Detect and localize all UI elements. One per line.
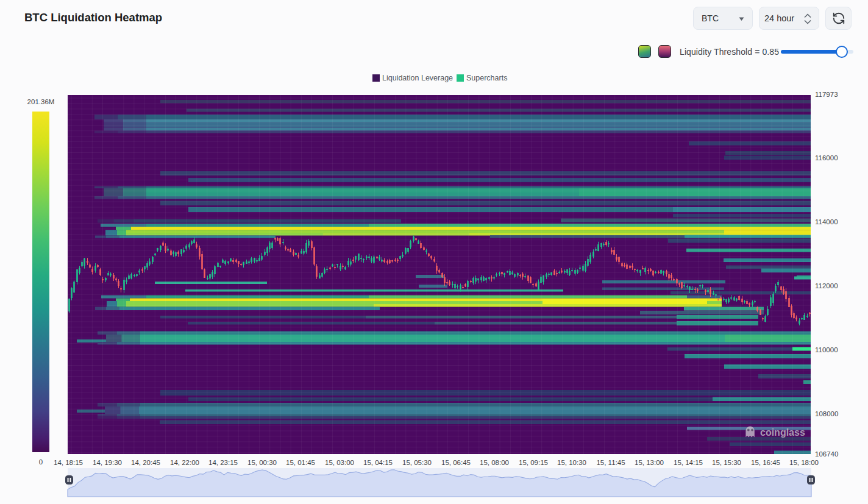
svg-text:106740: 106740 [815,450,838,458]
svg-text:110000: 110000 [815,346,838,353]
svg-text:15, 03:00: 15, 03:00 [325,459,354,466]
svg-text:14, 19:30: 14, 19:30 [93,459,122,466]
svg-text:15, 01:45: 15, 01:45 [286,459,315,466]
svg-text:15, 16:45: 15, 16:45 [751,459,780,466]
svg-text:14, 18:15: 14, 18:15 [54,459,83,466]
svg-text:112000: 112000 [815,282,838,289]
svg-text:15, 04:15: 15, 04:15 [363,459,393,466]
svg-text:15, 13:00: 15, 13:00 [635,459,664,466]
svg-text:15, 00:30: 15, 00:30 [247,459,277,466]
svg-text:15, 18:00: 15, 18:00 [789,459,819,466]
svg-text:201.36M: 201.36M [27,98,55,105]
svg-text:15, 08:00: 15, 08:00 [480,459,509,466]
svg-text:117973: 117973 [815,91,838,98]
svg-text:14, 22:00: 14, 22:00 [170,459,199,466]
svg-text:14, 20:45: 14, 20:45 [131,459,160,466]
svg-text:15, 11:45: 15, 11:45 [596,459,625,466]
svg-text:15, 05:30: 15, 05:30 [402,459,432,466]
svg-text:15, 06:45: 15, 06:45 [441,459,471,466]
svg-text:14, 23:15: 14, 23:15 [208,459,238,466]
svg-text:15, 10:30: 15, 10:30 [557,459,586,466]
svg-text:15, 14:15: 15, 14:15 [674,459,703,466]
svg-text:15, 09:15: 15, 09:15 [519,459,548,466]
svg-text:114000: 114000 [815,218,838,225]
svg-text:0: 0 [39,458,43,466]
svg-text:108000: 108000 [815,410,838,417]
svg-text:116000: 116000 [815,154,838,161]
svg-text:coinglass: coinglass [760,427,805,438]
svg-text:15, 15:30: 15, 15:30 [712,459,741,466]
